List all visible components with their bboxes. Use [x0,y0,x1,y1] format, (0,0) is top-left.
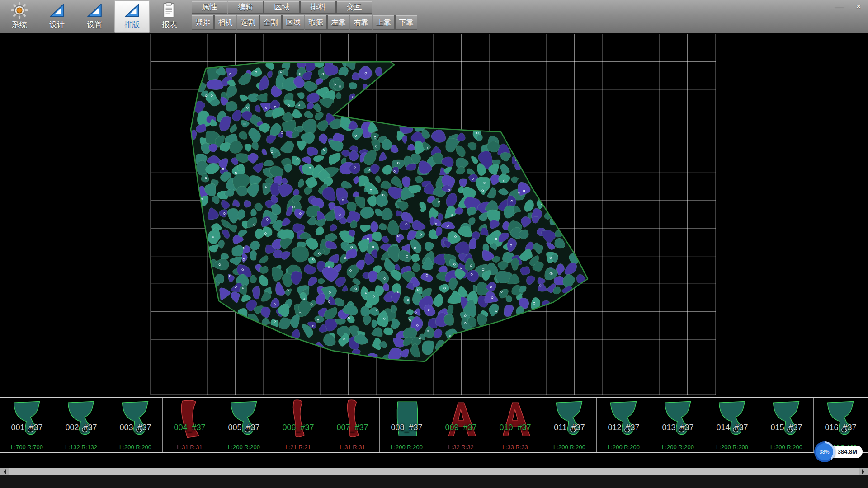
horizontal-scrollbar[interactable] [0,468,868,475]
leather-nesting-app: 系统设计设置排版报表 属性编辑区域排料交互 聚排相机选割全割区域瑕疵左靠右靠上靠… [0,0,868,488]
settings-ruler-icon [86,2,103,19]
close-button[interactable]: × [852,1,865,13]
pattern-thumbnail-014_#37[interactable]: 014_#37L:200 R:200 [705,398,760,452]
progress-ring-icon: 38% [814,441,835,462]
tool-align-right[interactable]: 右靠 [350,15,372,30]
pattern-shape [765,399,808,440]
nesting-canvas[interactable] [0,34,868,397]
menu-tabs: 属性编辑区域排料交互 [192,1,417,14]
pattern-name: 008_#37 [380,423,434,432]
tab-interact[interactable]: 交互 [336,1,372,14]
tool-select-cut[interactable]: 选割 [237,15,259,30]
pattern-thumbnail-003_#37[interactable]: 003_#37L:200 R:200 [108,398,163,452]
tab-nest[interactable]: 排料 [300,1,336,14]
tab-edit[interactable]: 编辑 [228,1,264,14]
pattern-shape [60,399,103,440]
tool-cluster-nest[interactable]: 聚排 [192,15,214,30]
ribbon-button-label: 设计 [49,19,65,30]
left-arrow-icon [1,469,6,474]
pattern-shape [331,399,374,440]
tab-region[interactable]: 区域 [264,1,300,14]
pattern-shape [277,399,320,440]
pattern-thumbnail-006_#37[interactable]: 006_#37L:21 R:21 [271,398,326,452]
pattern-shape [169,399,211,440]
tool-zone[interactable]: 区域 [282,15,304,30]
pattern-thumbnail-002_#37[interactable]: 002_#37L:132 R:132 [54,398,108,452]
pattern-shape [494,399,537,440]
tool-align-left[interactable]: 左靠 [327,15,349,30]
bottom-filler [0,475,868,488]
pattern-thumbnail-010_#37[interactable]: 010_#37L:33 R:33 [488,398,542,452]
pattern-name: 015_#37 [760,423,813,432]
pattern-name: 014_#37 [705,423,759,432]
pattern-name: 005_#37 [217,423,271,432]
pattern-thumbnail-004_#37[interactable]: 004_#37L:31 R:31 [163,398,217,452]
tool-align-bottom[interactable]: 下靠 [395,15,417,30]
design-ruler-icon [48,2,66,19]
pattern-shape [820,399,862,440]
ribbon-settings-button[interactable]: 设置 [77,0,112,33]
pattern-thumbnail-005_#37[interactable]: 005_#37L:200 R:200 [217,398,271,452]
tab-properties[interactable]: 属性 [192,1,227,14]
pattern-name: 010_#37 [488,423,542,432]
pattern-lr-count: L:21 R:21 [271,444,325,450]
pattern-thumbnail-013_#37[interactable]: 013_#37L:200 R:200 [651,398,705,452]
pattern-strip: 001_#37L:700 R:700002_#37L:132 R:132003_… [0,397,868,453]
tool-buttons: 聚排相机选割全割区域瑕疵左靠右靠上靠下靠 [192,15,417,30]
report-doc-icon [161,2,178,19]
pattern-name: 004_#37 [163,423,217,432]
pattern-shape [440,399,482,440]
pattern-thumbnail-009_#37[interactable]: 009_#37L:32 R:32 [434,398,488,452]
scroll-left-button[interactable] [0,468,9,475]
tool-align-top[interactable]: 上靠 [373,15,395,30]
pattern-name: 011_#37 [542,423,596,432]
ribbon-button-label: 排版 [124,19,140,30]
pattern-lr-count: L:200 R:200 [217,444,271,450]
status-widget: 38% 384.8M [814,441,863,462]
tool-cut-all[interactable]: 全割 [259,15,282,30]
pattern-shape [548,399,591,440]
ribbon-nesting-button[interactable]: 排版 [114,0,150,33]
pattern-thumbnail-015_#37[interactable]: 015_#37L:200 R:200 [760,398,814,452]
pattern-shape [114,399,157,440]
pattern-name: 007_#37 [326,423,379,432]
canvas-svg [0,34,868,397]
pattern-name: 013_#37 [651,423,705,432]
pattern-name: 006_#37 [271,423,325,432]
pattern-name: 003_#37 [108,423,162,432]
pattern-shape [6,399,48,440]
pattern-lr-count: L:200 R:200 [597,444,651,450]
pattern-thumbnail-012_#37[interactable]: 012_#37L:200 R:200 [597,398,651,452]
menu-area: 属性编辑区域排料交互 聚排相机选割全割区域瑕疵左靠右靠上靠下靠 [192,1,417,30]
scroll-right-button[interactable] [859,468,868,475]
pattern-name: 002_#37 [54,423,108,432]
pattern-name: 009_#37 [434,423,488,432]
ribbon-report-button[interactable]: 报表 [152,0,187,33]
pattern-lr-count: L:200 R:200 [705,444,759,450]
pattern-thumbnail-008_#37[interactable]: 008_#37L:200 R:200 [380,398,434,452]
window-controls: — × [833,1,865,13]
pattern-lr-count: L:200 R:200 [542,444,596,450]
minimize-button[interactable]: — [833,1,846,13]
ribbon-button-label: 系统 [12,19,27,30]
ribbon-system-button[interactable]: 系统 [2,0,37,33]
pattern-lr-count: L:33 R:33 [488,444,542,450]
tool-camera[interactable]: 相机 [214,15,236,30]
pattern-shape [711,399,754,440]
pattern-lr-count: L:132 R:132 [54,444,108,450]
pattern-shape [657,399,699,440]
nesting-ruler-icon [123,2,141,19]
ribbon-design-button[interactable]: 设计 [39,0,75,33]
progress-percent: 38% [816,443,833,460]
ribbon-button-label: 报表 [162,19,177,30]
pattern-lr-count: L:31 R:31 [326,444,379,450]
pattern-thumbnail-007_#37[interactable]: 007_#37L:31 R:31 [326,398,380,452]
pattern-lr-count: L:700 R:700 [0,444,54,450]
pattern-thumbnail-001_#37[interactable]: 001_#37L:700 R:700 [0,398,54,452]
pattern-shape [386,399,428,440]
pattern-name: 001_#37 [0,423,54,432]
pattern-shape [223,399,265,440]
tool-defect[interactable]: 瑕疵 [305,15,327,30]
pattern-thumbnail-011_#37[interactable]: 011_#37L:200 R:200 [542,398,597,452]
system-gear-icon [11,2,28,19]
